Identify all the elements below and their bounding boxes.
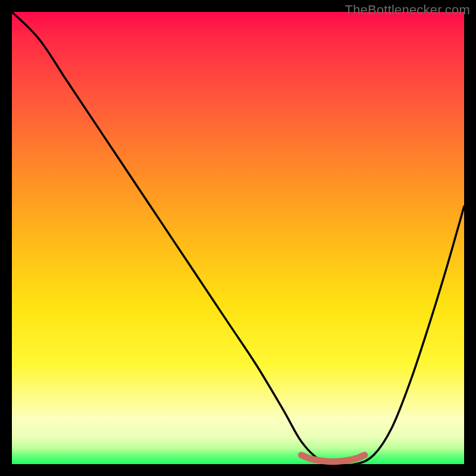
chart-frame: TheBottlenecker.com [0, 0, 476, 476]
plot-area [12, 12, 464, 464]
curve-layer [12, 12, 464, 464]
optimal-range [301, 455, 364, 462]
watermark: TheBottlenecker.com [345, 2, 470, 18]
bottleneck-curve [12, 12, 464, 465]
